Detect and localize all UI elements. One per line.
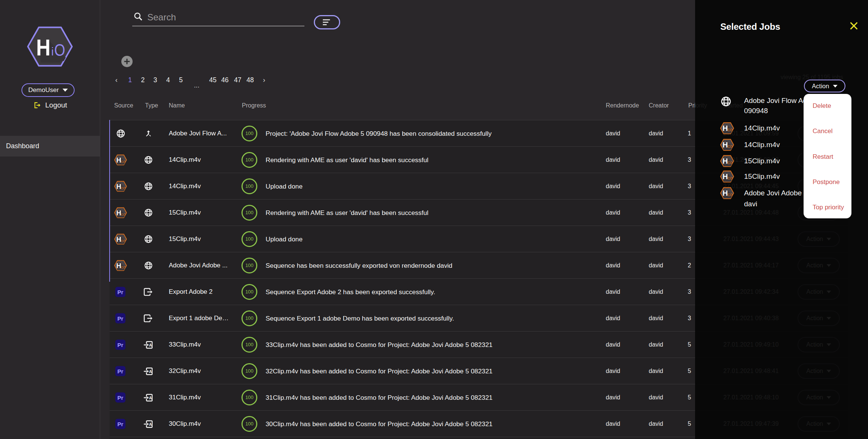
- svg-text:O: O: [54, 41, 65, 59]
- svg-text:H: H: [36, 34, 50, 60]
- svg-text:i: i: [51, 45, 54, 58]
